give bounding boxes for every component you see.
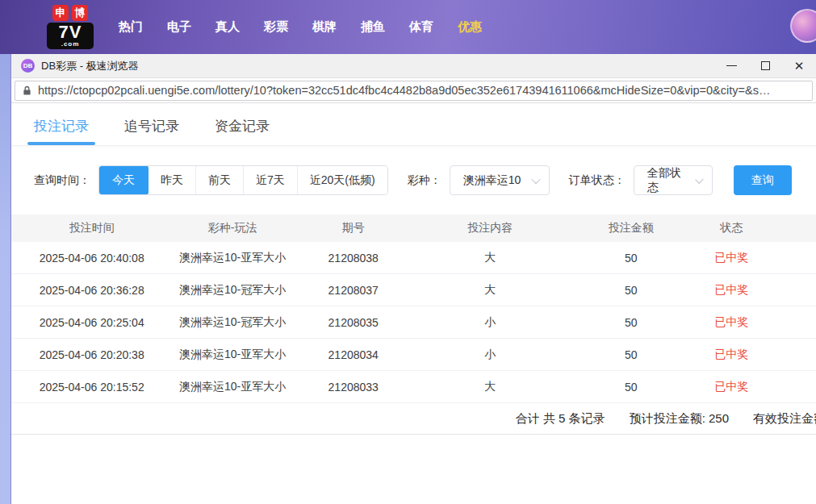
table-header: 投注时间 彩种-玩法 期号 投注内容 投注金额 状态 <box>11 215 816 242</box>
nav-item-slots[interactable]: 电子 <box>155 19 203 35</box>
site-navbar: 申 博 7V .com 热门 电子 真人 彩票 棋牌 捕鱼 体育 优惠 <box>0 0 816 54</box>
table-row[interactable]: 2025-04-06 20:15:52 澳洲幸运10-亚军大小 21208033… <box>11 371 816 403</box>
lock-icon <box>23 85 31 96</box>
col-status: 状态 <box>695 221 768 235</box>
col-bet-content: 投注内容 <box>413 221 566 235</box>
cell-bet-content: 小 <box>413 348 566 362</box>
table-row[interactable]: 2025-04-06 20:25:04 澳洲幸运10-冠军大小 21208035… <box>11 306 816 339</box>
cell-bet-amount: 50 <box>567 381 696 394</box>
table-row[interactable]: 2025-04-06 20:20:38 澳洲幸运10-亚军大小 21208034… <box>11 339 816 371</box>
lottery-select[interactable]: 澳洲幸运10 <box>450 165 550 195</box>
close-button[interactable]: ✕ <box>782 54 816 77</box>
cell-bet-amount: 50 <box>567 348 696 361</box>
logo-badge-bo: 博 <box>72 5 88 21</box>
cell-issue: 21208035 <box>293 316 414 329</box>
col-bet-time: 投注时间 <box>11 221 172 235</box>
cell-bet-amount: 50 <box>567 252 696 264</box>
time-option-yesterday[interactable]: 昨天 <box>149 166 195 194</box>
table-row[interactable]: 2025-04-06 20:36:28 澳洲幸运10-冠军大小 21208037… <box>11 274 816 306</box>
background-page-strip <box>0 54 10 504</box>
status-badge: 已中奖 <box>695 315 768 330</box>
cell-game-play: 澳洲幸运10-亚军大小 <box>172 348 293 362</box>
cell-issue: 21208037 <box>293 284 414 297</box>
tab-chase-records[interactable]: 追号记录 <box>124 117 179 145</box>
cell-game-play: 澳洲幸运10-亚军大小 <box>172 380 293 394</box>
nav-item-promos[interactable]: 优惠 <box>446 19 494 35</box>
cell-issue: 21208034 <box>293 348 414 361</box>
status-badge: 已中奖 <box>695 348 768 362</box>
lottery-filter-label: 彩种： <box>408 173 441 188</box>
cell-bet-amount: 50 <box>567 316 696 329</box>
cell-bet-content: 小 <box>413 315 566 330</box>
logo-badge-shen: 申 <box>52 5 69 21</box>
cell-bet-time: 2025-04-06 20:25:04 <box>11 316 172 329</box>
cell-game-play: 澳洲幸运10-亚军大小 <box>172 251 293 265</box>
url-text: https://ctopcp02pcali.uengi5e.com/lotter… <box>38 84 770 97</box>
time-filter-label: 查询时间： <box>34 173 90 188</box>
logo-suffix-text: .com <box>47 41 94 48</box>
cell-issue: 21208033 <box>293 381 414 394</box>
window-title: DB彩票 - 极速浏览器 <box>41 59 139 73</box>
nav-item-fishing[interactable]: 捕鱼 <box>349 19 397 35</box>
app-icon: DB <box>21 59 35 73</box>
maximize-button[interactable] <box>748 54 782 77</box>
col-bet-amount: 投注金额 <box>567 221 696 235</box>
cell-bet-time: 2025-04-06 20:15:52 <box>11 381 172 394</box>
status-badge: 已中奖 <box>695 283 768 298</box>
nav-item-lottery[interactable]: 彩票 <box>252 19 300 35</box>
nav-item-hot[interactable]: 热门 <box>107 19 155 35</box>
summary-total-records: 合计 共 5 条记录 <box>516 411 605 427</box>
nav-menu: 热门 电子 真人 彩票 棋牌 捕鱼 体育 优惠 <box>107 19 494 35</box>
search-button[interactable]: 查询 <box>734 165 792 195</box>
time-option-daybefore[interactable]: 前天 <box>195 166 243 194</box>
cell-bet-content: 大 <box>413 283 566 298</box>
address-bar-row: https://ctopcp02pcali.uengi5e.com/lotter… <box>11 78 816 103</box>
cell-bet-amount: 50 <box>567 284 696 297</box>
col-issue: 期号 <box>293 221 414 235</box>
user-avatar[interactable] <box>790 9 816 43</box>
minimize-button[interactable] <box>714 54 748 77</box>
cell-bet-time: 2025-04-06 20:36:28 <box>11 284 172 297</box>
bet-records-table: 投注时间 彩种-玩法 期号 投注内容 投注金额 状态 2025-04-06 20… <box>11 215 816 403</box>
table-row[interactable]: 2025-04-06 20:40:08 澳洲幸运10-亚军大小 21208038… <box>11 242 816 274</box>
status-filter-label: 订单状态： <box>569 173 626 188</box>
status-badge: 已中奖 <box>695 380 768 394</box>
maximize-icon <box>761 61 770 70</box>
time-option-last20days[interactable]: 近20天(低频) <box>297 166 387 194</box>
time-filter-group: 今天 昨天 前天 近7天 近20天(低频) <box>98 165 388 195</box>
nav-item-live[interactable]: 真人 <box>203 19 252 35</box>
summary-expected-amount: 预计投注金额: 250 <box>630 411 729 427</box>
url-field[interactable]: https://ctopcp02pcali.uengi5e.com/lotter… <box>15 81 813 101</box>
minimize-icon <box>726 65 737 66</box>
page-content: 投注记录 追号记录 资金记录 查询时间： 今天 昨天 前天 近7天 近20天(低… <box>11 103 816 504</box>
time-option-today[interactable]: 今天 <box>98 165 149 195</box>
window-titlebar[interactable]: DB DB彩票 - 极速浏览器 ✕ <box>11 54 816 78</box>
cell-bet-content: 大 <box>413 251 566 265</box>
browser-window: DB DB彩票 - 极速浏览器 ✕ https://ctopcp02pcali.… <box>10 54 816 504</box>
summary-valid-amount: 有效投注金额 <box>753 411 816 427</box>
summary-bar: 合计 共 5 条记录 预计投注金额: 250 有效投注金额 <box>11 403 816 435</box>
time-option-last7days[interactable]: 近7天 <box>243 166 297 194</box>
nav-item-cards[interactable]: 棋牌 <box>300 19 349 35</box>
cell-issue: 21208038 <box>293 252 414 264</box>
cell-game-play: 澳洲幸运10-冠军大小 <box>172 283 293 298</box>
cell-bet-time: 2025-04-06 20:40:08 <box>11 252 172 264</box>
cell-game-play: 澳洲幸运10-冠军大小 <box>172 315 293 330</box>
chevron-down-icon <box>531 174 540 183</box>
lottery-select-value: 澳洲幸运10 <box>463 173 521 188</box>
status-badge: 已中奖 <box>695 251 768 265</box>
site-logo[interactable]: 申 博 7V .com <box>47 5 94 49</box>
filter-bar: 查询时间： 今天 昨天 前天 近7天 近20天(低频) 彩种： 澳洲幸运10 订… <box>34 165 816 195</box>
record-tabs: 投注记录 追号记录 资金记录 <box>11 103 816 146</box>
cell-bet-content: 大 <box>413 380 566 394</box>
tab-fund-records[interactable]: 资金记录 <box>215 117 270 145</box>
chevron-down-icon <box>695 175 704 184</box>
col-game-play: 彩种-玩法 <box>172 221 293 235</box>
tab-bet-records[interactable]: 投注记录 <box>34 117 89 145</box>
order-status-value: 全部状态 <box>647 166 685 195</box>
order-status-select[interactable]: 全部状态 <box>634 165 713 195</box>
logo-main-text: 7V <box>47 23 94 41</box>
nav-item-sports[interactable]: 体育 <box>397 19 446 35</box>
cell-bet-time: 2025-04-06 20:20:38 <box>11 348 172 361</box>
